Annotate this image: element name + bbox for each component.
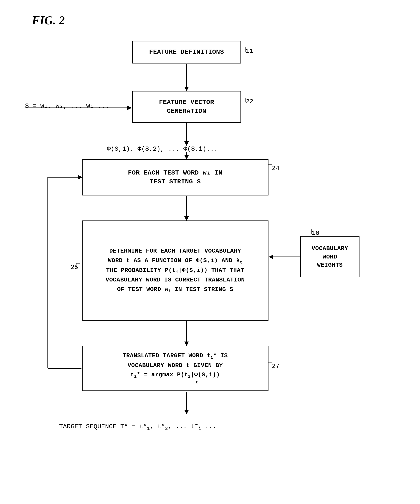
- figure-title: FIG. 2: [32, 14, 402, 27]
- feature-vector-box: FEATURE VECTOR GENERATION: [132, 91, 241, 123]
- ref-27-tick: [269, 362, 275, 368]
- determine-label: DETERMINE FOR EACH TARGET VOCABULARY WOR…: [101, 244, 249, 297]
- svg-marker-1: [184, 87, 189, 91]
- vocabulary-weights-label: VOCABULARY WORD WEIGHTS: [312, 244, 348, 269]
- translated-label: TRANSLATED TARGET WORD ti* IS VOCABULARY…: [118, 349, 232, 388]
- determine-box: DETERMINE FOR EACH TARGET VOCABULARY WOR…: [82, 221, 269, 321]
- svg-marker-19: [78, 175, 82, 180]
- for-each-label: FOR EACH TEST WORD wᵢ IN TEST STRING S: [128, 168, 222, 186]
- target-sequence-label: TARGET SEQUENCE T* = t*1, t*2, ... t*i .…: [59, 423, 216, 431]
- svg-marker-9: [184, 216, 189, 221]
- feature-definitions-label: FEATURE DEFINITIONS: [149, 48, 224, 56]
- svg-marker-5: [184, 141, 189, 146]
- svg-marker-3: [127, 106, 132, 110]
- feature-vector-label: FEATURE VECTOR GENERATION: [159, 98, 214, 116]
- svg-marker-13: [184, 342, 189, 346]
- svg-marker-7: [184, 155, 189, 160]
- phi-label: Φ(S,1), Φ(S,2), ... Φ(S,i)...: [107, 145, 218, 152]
- svg-marker-15: [184, 410, 189, 414]
- svg-marker-11: [269, 255, 273, 259]
- ref-25-tick: [76, 263, 83, 269]
- page: FIG. 2: [0, 0, 420, 504]
- for-each-box: FOR EACH TEST WORD wᵢ IN TEST STRING S: [82, 159, 269, 195]
- feature-definitions-box: FEATURE DEFINITIONS: [132, 41, 241, 64]
- input-label: S = w₁, w₂, ... wᵢ ...: [25, 102, 109, 109]
- ref-24-tick: [269, 164, 275, 170]
- ref-22-tick: [242, 98, 249, 103]
- vocabulary-weights-box: VOCABULARY WORD WEIGHTS: [300, 236, 360, 277]
- ref-11-tick: [242, 47, 249, 54]
- ref-16-tick: [308, 229, 315, 235]
- diagram: FEATURE DEFINITIONS 11 FEATURE VECTOR GE…: [18, 41, 402, 484]
- translated-box: TRANSLATED TARGET WORD ti* IS VOCABULARY…: [82, 346, 269, 391]
